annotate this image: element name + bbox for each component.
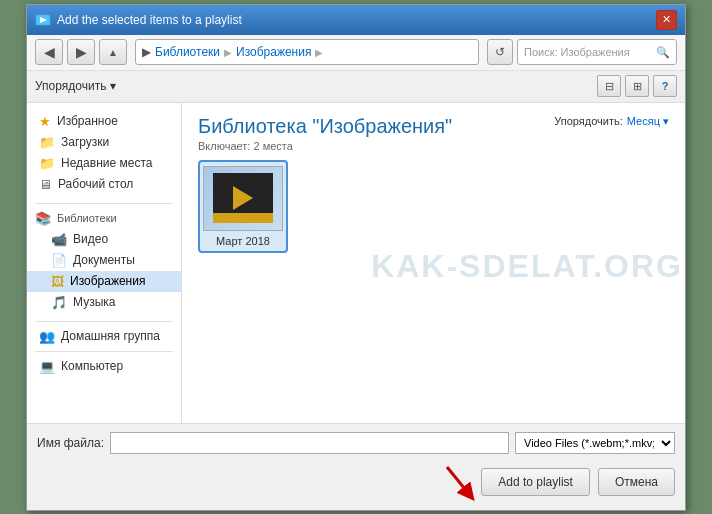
sidebar-label-video: Видео: [73, 232, 108, 246]
filename-row: Имя файла: Video Files (*.webm;*.mkv;*.f…: [37, 432, 675, 454]
libraries-label: Библиотеки: [57, 212, 117, 224]
sidebar-item-images[interactable]: 🖼 Изображения: [27, 271, 181, 292]
sidebar-label-music: Музыка: [73, 295, 115, 309]
cancel-button[interactable]: Отмена: [598, 468, 675, 496]
images-icon: 🖼: [51, 274, 64, 289]
refresh-icon: ↺: [495, 45, 505, 59]
breadcrumb-libraries: Библиотеки: [155, 45, 220, 59]
grid-view-icon: ⊞: [633, 80, 642, 93]
sidebar-item-desktop[interactable]: 🖥 Рабочий стол: [27, 174, 181, 195]
library-subtitle: Включает: 2 места: [198, 140, 452, 152]
sort-controls: Упорядочить: Месяц ▾: [554, 115, 669, 128]
sidebar-item-computer[interactable]: 💻 Компьютер: [27, 356, 181, 377]
file-thumbnail: [203, 166, 283, 231]
sidebar-label-downloads: Загрузки: [61, 135, 109, 149]
back-button[interactable]: ◀: [35, 39, 63, 65]
sidebar-libraries-header: 📚 Библиотеки: [27, 208, 181, 229]
sidebar-label-desktop: Рабочий стол: [58, 177, 133, 191]
sidebar-item-recent[interactable]: 📁 Недавние места: [27, 153, 181, 174]
grid-view-button[interactable]: ⊞: [625, 75, 649, 97]
breadcrumb-images: Изображения: [236, 45, 311, 59]
close-button[interactable]: ✕: [656, 10, 677, 30]
computer-icon: 💻: [39, 359, 55, 374]
sidebar-item-music[interactable]: 🎵 Музыка: [27, 292, 181, 313]
favorites-section: ★ Избранное 📁 Загрузки 📁 Недавние места …: [27, 111, 181, 195]
sidebar-divider-1: [35, 203, 173, 204]
sidebar-item-favorites[interactable]: ★ Избранное: [27, 111, 181, 132]
breadcrumb-item: ▶: [142, 45, 151, 59]
folder-shelf-icon: [213, 213, 273, 223]
content-area: Библиотека "Изображения" Включает: 2 мес…: [182, 103, 685, 423]
music-icon: 🎵: [51, 295, 67, 310]
action-row: Add to playlist Отмена: [37, 462, 675, 502]
sidebar: ★ Избранное 📁 Загрузки 📁 Недавние места …: [27, 103, 182, 423]
dialog-window: Add the selected items to a playlist ✕ ◀…: [26, 4, 686, 511]
window-controls: ✕: [656, 10, 677, 30]
sidebar-label-homegroup: Домашняя группа: [61, 329, 160, 343]
window-title: Add the selected items to a playlist: [57, 13, 656, 27]
sidebar-item-video[interactable]: 📹 Видео: [27, 229, 181, 250]
secondary-toolbar: Упорядочить ▾ ⊟ ⊞ ?: [27, 71, 685, 103]
help-button[interactable]: ?: [653, 75, 677, 97]
title-bar: Add the selected items to a playlist ✕: [27, 5, 685, 35]
sidebar-label-docs: Документы: [73, 253, 135, 267]
help-icon: ?: [662, 80, 669, 92]
sidebar-item-downloads[interactable]: 📁 Загрузки: [27, 132, 181, 153]
docs-icon: 📄: [51, 253, 67, 268]
breadcrumb-separator2: ▶: [315, 47, 323, 58]
search-label: Поиск: Изображения: [524, 46, 652, 58]
homegroup-icon: 👥: [39, 329, 55, 344]
content-title-block: Библиотека "Изображения" Включает: 2 мес…: [198, 115, 452, 152]
sidebar-item-documents[interactable]: 📄 Документы: [27, 250, 181, 271]
video-icon: 📹: [51, 232, 67, 247]
filename-label: Имя файла:: [37, 436, 104, 450]
search-icon: 🔍: [656, 46, 670, 59]
forward-icon: ▶: [76, 44, 87, 60]
file-item-label: Март 2018: [216, 235, 270, 247]
forward-button[interactable]: ▶: [67, 39, 95, 65]
view-buttons: ⊟ ⊞ ?: [597, 75, 677, 97]
bottom-bar: Имя файла: Video Files (*.webm;*.mkv;*.f…: [27, 423, 685, 510]
breadcrumb[interactable]: ▶ Библиотеки ▶ Изображения ▶: [135, 39, 479, 65]
library-title: Библиотека "Изображения": [198, 115, 452, 138]
list-view-icon: ⊟: [605, 80, 614, 93]
libraries-section: 📚 Библиотеки 📹 Видео 📄 Документы 🖼 Изобр…: [27, 208, 181, 313]
play-triangle-icon: [233, 186, 253, 210]
sidebar-divider-3: [35, 351, 173, 352]
lib-icon: 📚: [35, 211, 51, 226]
back-icon: ◀: [44, 44, 55, 60]
filename-input[interactable]: [110, 432, 509, 454]
list-view-button[interactable]: ⊟: [597, 75, 621, 97]
monitor-icon: 🖥: [39, 177, 52, 192]
refresh-button[interactable]: ↺: [487, 39, 513, 65]
sidebar-label-favorites: Избранное: [57, 114, 118, 128]
main-area: ★ Избранное 📁 Загрузки 📁 Недавние места …: [27, 103, 685, 423]
up-button[interactable]: ▲: [99, 39, 127, 65]
filetype-select[interactable]: Video Files (*.webm;*.mkv;*.flv: [515, 432, 675, 454]
sidebar-item-homegroup[interactable]: 👥 Домашняя группа: [27, 326, 181, 347]
file-item-march2018[interactable]: Март 2018: [198, 160, 288, 253]
title-icon: [35, 12, 51, 28]
sort-label: Упорядочить:: [554, 115, 623, 127]
file-grid: Март 2018: [198, 160, 669, 253]
folder-icon-recent: 📁: [39, 156, 55, 171]
nav-toolbar: ◀ ▶ ▲ ▶ Библиотеки ▶ Изображения ▶ ↺ Пои…: [27, 35, 685, 71]
sidebar-label-recent: Недавние места: [61, 156, 152, 170]
sidebar-label-images: Изображения: [70, 274, 145, 288]
svg-line-3: [447, 467, 469, 494]
add-to-playlist-button[interactable]: Add to playlist: [481, 468, 590, 496]
sidebar-divider-2: [35, 321, 173, 322]
search-bar[interactable]: Поиск: Изображения 🔍: [517, 39, 677, 65]
watermark: KAK-SDELAT.ORG: [371, 248, 683, 285]
red-arrow-icon: [437, 462, 477, 502]
video-folder-icon: [213, 173, 273, 223]
arrange-button[interactable]: Упорядочить ▾: [35, 79, 116, 93]
star-icon: ★: [39, 114, 51, 129]
up-icon: ▲: [108, 47, 118, 58]
sort-value[interactable]: Месяц ▾: [627, 115, 669, 128]
content-header: Библиотека "Изображения" Включает: 2 мес…: [198, 115, 669, 152]
folder-icon-downloads: 📁: [39, 135, 55, 150]
sidebar-label-computer: Компьютер: [61, 359, 123, 373]
breadcrumb-separator: ▶: [224, 47, 232, 58]
